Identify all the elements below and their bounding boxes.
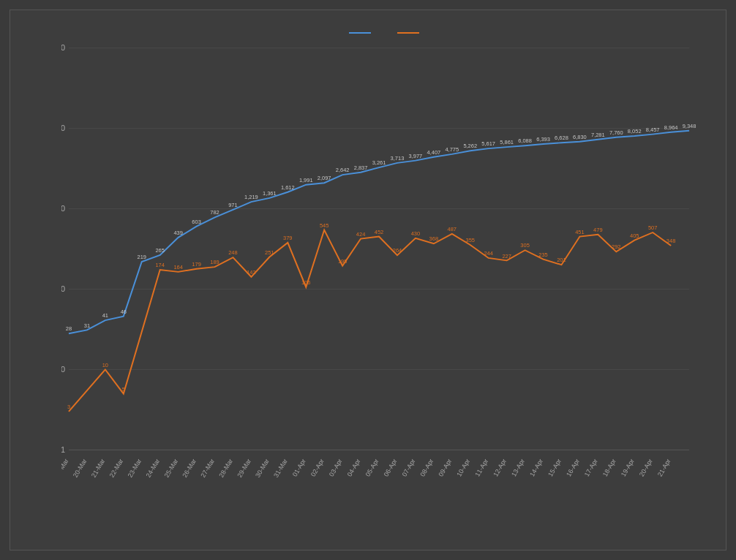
svg-text:264: 264 (393, 247, 402, 254)
legend (61, 32, 711, 34)
svg-text:8,457: 8,457 (646, 126, 660, 133)
svg-text:189: 189 (210, 259, 219, 265)
svg-text:424: 424 (356, 231, 365, 238)
svg-text:5,617: 5,617 (481, 140, 495, 147)
svg-text:451: 451 (575, 229, 584, 235)
svg-text:2,642: 2,642 (336, 167, 350, 173)
svg-text:487: 487 (448, 226, 457, 232)
svg-text:179: 179 (192, 261, 200, 268)
svg-text:379: 379 (283, 235, 292, 241)
svg-text:3: 3 (67, 404, 70, 410)
svg-text:100: 100 (61, 285, 65, 294)
svg-text:106: 106 (301, 279, 310, 286)
svg-text:235: 235 (538, 251, 547, 258)
svg-text:3,713: 3,713 (391, 155, 405, 162)
svg-text:7,281: 7,281 (591, 132, 605, 138)
svg-text:164: 164 (173, 264, 182, 270)
svg-text:452: 452 (375, 229, 383, 235)
svg-text:5: 5 (122, 386, 125, 393)
svg-text:6,393: 6,393 (536, 136, 550, 143)
svg-text:31: 31 (84, 322, 90, 329)
svg-text:368: 368 (429, 236, 438, 243)
svg-text:348: 348 (666, 238, 675, 244)
svg-text:41: 41 (102, 312, 108, 319)
svg-text:3,261: 3,261 (372, 159, 386, 166)
svg-text:251: 251 (265, 249, 274, 256)
svg-text:201: 201 (557, 257, 566, 263)
svg-text:248: 248 (228, 249, 237, 256)
svg-text:430: 430 (411, 230, 420, 237)
svg-text:28: 28 (66, 326, 72, 333)
svg-text:219: 219 (138, 254, 146, 260)
svg-text:971: 971 (228, 202, 237, 208)
svg-text:545: 545 (320, 222, 328, 229)
svg-text:5,861: 5,861 (500, 139, 514, 145)
svg-text:10,000: 10,000 (61, 124, 65, 133)
svg-text:1,612: 1,612 (281, 184, 295, 191)
svg-text:10: 10 (61, 365, 65, 374)
svg-text:1,991: 1,991 (299, 177, 313, 183)
svg-text:142: 142 (247, 269, 255, 276)
svg-text:174: 174 (155, 262, 164, 268)
chart-container: 1101001,00010,000100,00019-Mar20-Mar21-M… (10, 10, 726, 550)
svg-text:195: 195 (338, 258, 347, 265)
svg-text:1,361: 1,361 (263, 190, 277, 197)
svg-text:2,097: 2,097 (318, 175, 331, 181)
svg-text:355: 355 (466, 237, 475, 243)
legend-cumulative (349, 32, 375, 34)
svg-text:7,760: 7,760 (609, 129, 623, 136)
svg-text:6,088: 6,088 (518, 138, 532, 145)
svg-text:3,977: 3,977 (409, 153, 423, 159)
svg-text:5,262: 5,262 (463, 143, 477, 150)
svg-text:244: 244 (484, 250, 492, 257)
svg-text:46: 46 (121, 309, 127, 315)
svg-text:603: 603 (192, 219, 200, 225)
svg-text:9,348: 9,348 (683, 123, 696, 129)
svg-text:4,775: 4,775 (445, 146, 459, 153)
svg-text:1,219: 1,219 (244, 194, 258, 200)
svg-text:4,407: 4,407 (427, 149, 441, 156)
svg-text:405: 405 (630, 232, 639, 239)
svg-text:782: 782 (210, 210, 219, 216)
svg-text:265: 265 (155, 247, 164, 254)
svg-text:100,000: 100,000 (61, 44, 65, 53)
svg-text:8,964: 8,964 (664, 124, 678, 131)
svg-text:479: 479 (593, 227, 602, 233)
svg-text:507: 507 (648, 224, 657, 231)
legend-new-line (397, 32, 419, 34)
svg-text:305: 305 (520, 243, 529, 249)
chart-svg: 1101001,00010,000100,00019-Mar20-Mar21-M… (61, 41, 711, 478)
svg-text:6,830: 6,830 (573, 134, 587, 140)
svg-text:1: 1 (61, 445, 65, 454)
svg-text:1,000: 1,000 (61, 205, 65, 213)
legend-cumulative-line (349, 32, 371, 34)
svg-text:227: 227 (502, 253, 511, 260)
svg-text:10: 10 (102, 362, 108, 368)
svg-rect-0 (61, 41, 711, 478)
svg-text:6,628: 6,628 (555, 135, 568, 142)
svg-text:8,052: 8,052 (628, 128, 642, 135)
svg-text:439: 439 (173, 230, 182, 236)
legend-new (397, 32, 424, 34)
svg-text:2,837: 2,837 (354, 164, 368, 171)
svg-text:292: 292 (612, 244, 620, 251)
